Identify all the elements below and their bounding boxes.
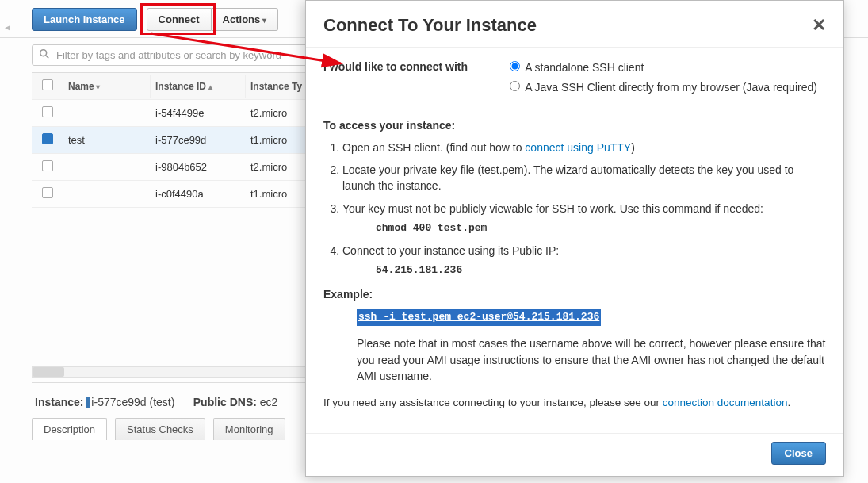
steps-list: Open an SSH client. (find out how to con… bbox=[342, 140, 826, 278]
select-all-checkbox[interactable] bbox=[42, 79, 53, 90]
step-3: Your key must not be publicly viewable f… bbox=[342, 201, 826, 236]
example-heading: Example: bbox=[323, 286, 826, 302]
col-instance-id[interactable]: Instance ID bbox=[151, 75, 246, 98]
radio-standalone[interactable] bbox=[510, 61, 520, 71]
example-command[interactable]: ssh -i test.pem ec2-user@54.215.181.236 bbox=[357, 309, 601, 326]
tab-status-checks[interactable]: Status Checks bbox=[115, 418, 205, 440]
connect-button[interactable]: Connect bbox=[147, 8, 212, 31]
chmod-command: chmod 400 test.pem bbox=[376, 221, 826, 236]
cell-name: test bbox=[63, 128, 151, 152]
radio-java[interactable] bbox=[510, 81, 520, 91]
dialog-footer: Close bbox=[306, 434, 843, 476]
actions-button[interactable]: Actions bbox=[212, 8, 278, 31]
dialog-body: I would like to connect with A standalon… bbox=[306, 47, 843, 434]
cell-id: i-c0f4490a bbox=[151, 182, 246, 206]
row-checkbox[interactable] bbox=[42, 106, 53, 117]
step-4: Connect to your instance using its Publi… bbox=[342, 243, 826, 278]
option-standalone-ssh[interactable]: A standalone SSH client bbox=[506, 59, 826, 75]
svg-point-1 bbox=[40, 50, 47, 56]
tab-description[interactable]: Description bbox=[32, 418, 107, 440]
close-icon[interactable]: ✕ bbox=[812, 15, 826, 36]
scroll-thumb[interactable] bbox=[33, 367, 64, 377]
cell-id: i-9804b652 bbox=[151, 155, 246, 179]
close-button[interactable]: Close bbox=[771, 442, 826, 465]
row-checkbox[interactable] bbox=[42, 133, 53, 144]
cell-id: i-54f4499e bbox=[151, 101, 246, 125]
row-checkbox[interactable] bbox=[42, 160, 53, 171]
tab-monitoring[interactable]: Monitoring bbox=[213, 418, 285, 440]
dialog-title: Connect To Your Instance bbox=[323, 15, 537, 36]
collapse-icon[interactable]: ◂ bbox=[5, 21, 10, 33]
putty-link[interactable]: connect using PuTTY bbox=[525, 141, 631, 154]
launch-instance-button[interactable]: Launch Instance bbox=[32, 8, 137, 31]
search-icon bbox=[39, 48, 50, 62]
svg-line-2 bbox=[46, 56, 49, 59]
step-1: Open an SSH client. (find out how to con… bbox=[342, 140, 826, 155]
public-ip: 54.215.181.236 bbox=[376, 263, 826, 278]
cell-name bbox=[63, 188, 151, 201]
connect-with-label: I would like to connect with bbox=[323, 59, 506, 99]
connection-docs-link[interactable]: connection documentation bbox=[663, 397, 788, 408]
step-2: Locate your private key file (test.pem).… bbox=[342, 162, 826, 194]
status-bar-icon bbox=[86, 397, 90, 408]
option-java-ssh[interactable]: A Java SSH Client directly from my brows… bbox=[506, 79, 826, 95]
divider bbox=[323, 109, 826, 109]
col-name[interactable]: Name bbox=[63, 75, 151, 98]
assistance-text: If you need any assistance connecting to… bbox=[323, 395, 826, 411]
dialog-header: Connect To Your Instance ✕ bbox=[306, 1, 843, 47]
cell-name bbox=[63, 107, 151, 120]
row-checkbox[interactable] bbox=[42, 187, 53, 198]
access-heading: To access your instance: bbox=[323, 117, 826, 133]
cell-name bbox=[63, 161, 151, 174]
cell-id: i-577ce99d bbox=[151, 128, 246, 152]
username-note: Please note that in most cases the usern… bbox=[357, 335, 826, 384]
connect-dialog: Connect To Your Instance ✕ I would like … bbox=[305, 0, 844, 477]
